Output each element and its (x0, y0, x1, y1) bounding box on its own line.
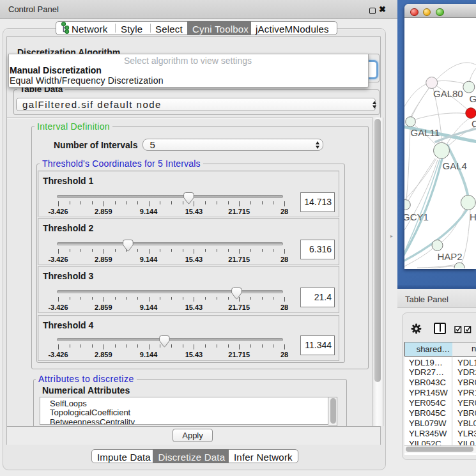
svg-text:GAL11: GAL11 (411, 127, 440, 138)
svg-text:GAL4: GAL4 (443, 160, 467, 171)
svg-text:GCY1: GCY1 (404, 211, 429, 222)
svg-text:G.: G. (470, 93, 476, 104)
svg-text:HAP2: HAP2 (438, 251, 463, 262)
svg-text:GAL80: GAL80 (433, 88, 463, 99)
svg-text:C: C (472, 118, 476, 129)
svg-text:H: H (470, 211, 476, 222)
